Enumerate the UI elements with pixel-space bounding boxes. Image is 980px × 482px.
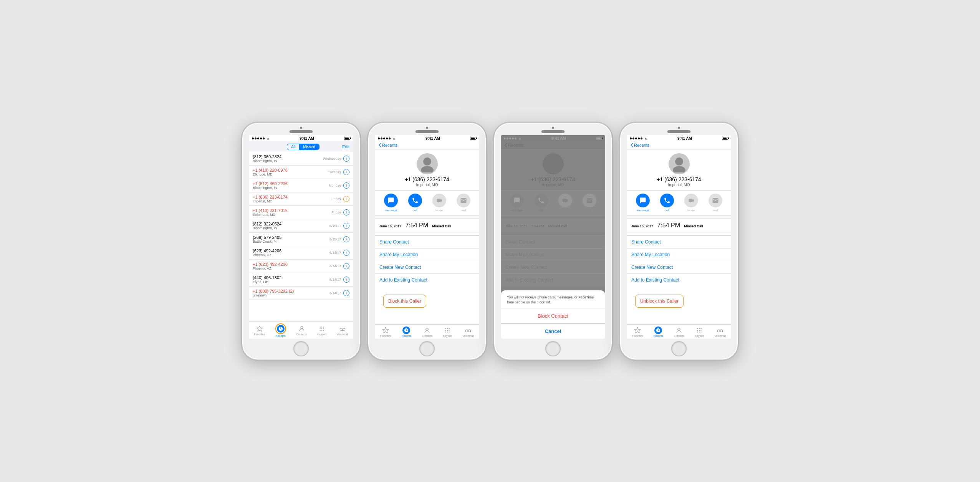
share-contact-2[interactable]: Share Contact <box>375 236 479 248</box>
info-icon-3[interactable]: i <box>343 182 349 189</box>
svg-point-56 <box>701 328 702 329</box>
tab-contacts-2[interactable]: Contacts <box>422 326 433 337</box>
svg-point-23 <box>445 330 446 330</box>
tab-recents-1[interactable]: Recents <box>275 323 286 337</box>
message-action-4[interactable]: message <box>636 194 650 212</box>
info-icon-10[interactable]: i <box>343 277 349 283</box>
info-icon-7[interactable]: i <box>343 236 349 242</box>
recents-icon-4 <box>654 326 662 334</box>
create-contact-4[interactable]: Create New Contact <box>627 261 731 274</box>
call-location-1: Bloomington, IN <box>253 159 323 163</box>
message-circle-4 <box>636 194 650 207</box>
call-item-8[interactable]: (623) 492-4206 Phoenix, AZ 6/14/17 i <box>249 246 353 260</box>
battery-2 <box>470 137 476 140</box>
segment-control[interactable]: All Missed <box>287 144 319 150</box>
tab-favorites-2[interactable]: Favorites <box>380 326 391 337</box>
front-camera-1 <box>300 127 302 129</box>
call-item-10[interactable]: (440) 406-1302 Elyria, OH 6/14/17 i <box>249 273 353 287</box>
tab-contacts-4[interactable]: Contacts <box>674 326 685 337</box>
svg-point-2 <box>301 326 303 329</box>
dot1 <box>252 137 254 139</box>
home-button-4[interactable] <box>671 341 687 356</box>
back-button-2[interactable]: Recents <box>379 143 397 147</box>
share-location-4[interactable]: Share My Location <box>627 248 731 261</box>
svg-point-29 <box>466 330 468 332</box>
message-action-2[interactable]: message <box>384 194 398 212</box>
battery-fill <box>345 137 349 139</box>
tab-voicemail-2[interactable]: Voicemail <box>462 326 474 337</box>
call-type-4: Missed Call <box>684 224 704 228</box>
tab-recents-2[interactable]: Recents <box>402 326 412 337</box>
cancel-button-3[interactable]: Cancel <box>501 324 605 339</box>
call-info-3: +1 (812) 360-2206 Bloomington, IN <box>253 181 329 190</box>
mail-circle-4 <box>709 194 722 207</box>
voicemail-icon-4 <box>716 326 724 334</box>
message-label-4: message <box>636 209 649 212</box>
nav-bar-4: Recents <box>627 141 731 149</box>
create-contact-2[interactable]: Create New Contact <box>375 261 479 274</box>
call-action-4[interactable]: call <box>660 194 674 212</box>
call-action-2[interactable]: call <box>408 194 422 212</box>
iphone-top-1 <box>242 123 360 133</box>
tab-recents-4[interactable]: Recents <box>654 326 664 337</box>
info-icon-5[interactable]: i <box>343 209 349 215</box>
tab-favorites-4[interactable]: Favorites <box>632 326 643 337</box>
tab-keypad-4[interactable]: Keypad <box>695 326 704 337</box>
block-contact-button-3[interactable]: Block Contact <box>501 308 605 324</box>
tab-contacts-1[interactable]: Contacts <box>296 325 307 336</box>
home-button-1[interactable] <box>293 341 309 356</box>
add-existing-4[interactable]: Add to Existing Contact <box>627 274 731 286</box>
info-icon-4-highlighted[interactable]: i <box>343 196 349 202</box>
call-location-3: Bloomington, IN <box>253 186 329 190</box>
front-camera-3 <box>552 127 554 129</box>
tab-label-recents-4: Recents <box>654 335 664 337</box>
info-icon-8[interactable]: i <box>343 250 349 256</box>
share-contact-4[interactable]: Share Contact <box>627 236 731 248</box>
call-info-2: +1 (410) 220-0978 Elkridge, MD <box>253 168 328 176</box>
info-icon-6[interactable]: i <box>343 223 349 229</box>
contact-avatar-4 <box>669 153 690 174</box>
block-caller-button-2[interactable]: Block this Caller <box>383 295 426 308</box>
time-4: 9:41 AM <box>677 136 692 141</box>
info-icon-2[interactable]: i <box>343 169 349 175</box>
call-item-7[interactable]: (269) 579-2405 Battle Creek, MI 6/15/17 … <box>249 233 353 246</box>
tab-voicemail-1[interactable]: Voicemail <box>337 325 348 336</box>
unblock-caller-button-4[interactable]: Unblock this Caller <box>635 295 684 308</box>
share-location-2[interactable]: Share My Location <box>375 248 479 261</box>
call-item-1[interactable]: (812) 360-2824 Bloomington, IN Wednesday… <box>249 152 353 166</box>
status-right-4 <box>722 137 728 140</box>
all-segment[interactable]: All <box>287 144 299 150</box>
speaker-3 <box>541 130 564 133</box>
home-button-3[interactable] <box>545 341 561 356</box>
missed-segment[interactable]: Missed <box>299 144 319 150</box>
info-icon-1[interactable]: i <box>343 156 349 162</box>
iphone-top-3 <box>494 123 612 133</box>
contact-header-2: +1 (636) 223-6174 Imperial, MO <box>375 149 479 190</box>
info-icon-11[interactable]: i <box>343 290 349 296</box>
info-icon-9[interactable]: i <box>343 263 349 269</box>
contact-scroll-4: +1 (636) 223-6174 Imperial, MO message <box>627 149 731 324</box>
call-item-3[interactable]: +1 (812) 360-2206 Bloomington, IN Monday… <box>249 179 353 192</box>
svg-point-54 <box>697 328 698 329</box>
call-item-4[interactable]: +1 (636) 223-6174 Imperial, MO Friday i <box>249 192 353 206</box>
call-info-9: +1 (623) 492-4206 Phoenix, AZ <box>253 262 329 270</box>
call-item-2[interactable]: +1 (410) 220-0978 Elkridge, MD Tuesday i <box>249 166 353 179</box>
tab-keypad-1[interactable]: Keypad <box>317 325 326 336</box>
back-button-4[interactable]: Recents <box>631 143 649 147</box>
menu-list-4: Share Contact Share My Location Create N… <box>627 235 731 286</box>
call-item-6[interactable]: (812) 322-0524 Bloomington, IN 6/15/17 i <box>249 219 353 233</box>
tab-label-fav-4: Favorites <box>632 335 643 337</box>
svg-point-60 <box>697 331 698 332</box>
add-existing-2[interactable]: Add to Existing Contact <box>375 274 479 286</box>
home-button-2[interactable] <box>419 341 435 356</box>
call-item-5[interactable]: +1 (410) 231-7015 Solomons, MD Friday i <box>249 206 353 219</box>
call-item-11[interactable]: +1 (888) 795-3292 (2) unknown 6/14/17 i <box>249 287 353 300</box>
wifi-icon-4: ▲ <box>644 137 647 140</box>
call-item-9[interactable]: +1 (623) 492-4206 Phoenix, AZ 6/14/17 i <box>249 260 353 273</box>
tab-favorites-1[interactable]: Favorites <box>254 325 265 336</box>
video-action-4: video <box>684 194 698 212</box>
edit-button[interactable]: Edit <box>342 144 349 149</box>
tab-voicemail-4[interactable]: Voicemail <box>714 326 726 337</box>
star-icon-2 <box>382 326 389 334</box>
tab-keypad-2[interactable]: Keypad <box>443 326 452 337</box>
